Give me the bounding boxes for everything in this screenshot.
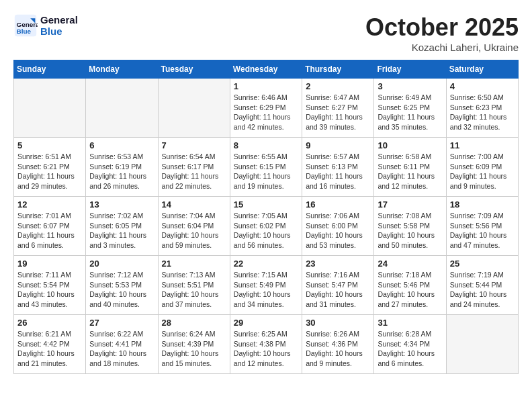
day-info: Sunrise: 6:24 AMSunset: 4:39 PMDaylight:… bbox=[162, 329, 226, 369]
day-info: Sunrise: 7:19 AMSunset: 5:44 PMDaylight:… bbox=[450, 270, 515, 310]
day-number: 15 bbox=[234, 199, 298, 210]
day-number: 20 bbox=[89, 259, 154, 269]
week-row-3: 12Sunrise: 7:01 AMSunset: 6:07 PMDayligh… bbox=[14, 197, 519, 256]
day-cell bbox=[14, 79, 86, 138]
day-number: 24 bbox=[378, 259, 442, 269]
location-subtitle: Kozachi Laheri, Ukraine bbox=[365, 42, 519, 53]
day-cell: 1Sunrise: 6:46 AMSunset: 6:29 PMDaylight… bbox=[230, 79, 302, 138]
logo-icon: General Blue bbox=[13, 13, 38, 38]
day-number: 3 bbox=[378, 81, 442, 91]
day-cell bbox=[158, 79, 230, 138]
day-cell: 2Sunrise: 6:47 AMSunset: 6:27 PMDaylight… bbox=[302, 79, 374, 138]
day-number: 2 bbox=[306, 81, 370, 91]
day-info: Sunrise: 6:25 AMSunset: 4:38 PMDaylight:… bbox=[234, 329, 298, 369]
day-cell: 15Sunrise: 7:05 AMSunset: 6:02 PMDayligh… bbox=[230, 197, 302, 256]
day-info: Sunrise: 7:12 AMSunset: 5:53 PMDaylight:… bbox=[89, 270, 154, 310]
day-number: 7 bbox=[162, 140, 226, 150]
day-info: Sunrise: 6:26 AMSunset: 4:36 PMDaylight:… bbox=[306, 329, 370, 369]
weekday-header-thursday: Thursday bbox=[302, 60, 374, 79]
day-cell: 23Sunrise: 7:16 AMSunset: 5:47 PMDayligh… bbox=[302, 256, 374, 315]
calendar-table: SundayMondayTuesdayWednesdayThursdayFrid… bbox=[13, 60, 519, 374]
day-info: Sunrise: 6:55 AMSunset: 6:15 PMDaylight:… bbox=[234, 152, 298, 191]
day-number: 6 bbox=[89, 140, 154, 150]
day-cell: 25Sunrise: 7:19 AMSunset: 5:44 PMDayligh… bbox=[446, 256, 518, 315]
day-info: Sunrise: 6:22 AMSunset: 4:41 PMDaylight:… bbox=[89, 329, 154, 369]
day-cell bbox=[86, 79, 158, 138]
day-number: 12 bbox=[17, 199, 82, 210]
day-number: 23 bbox=[306, 259, 370, 269]
day-info: Sunrise: 7:11 AMSunset: 5:54 PMDaylight:… bbox=[17, 270, 82, 310]
month-title: October 2025 bbox=[365, 13, 519, 42]
day-cell: 13Sunrise: 7:02 AMSunset: 6:05 PMDayligh… bbox=[86, 197, 158, 256]
weekday-header-tuesday: Tuesday bbox=[158, 60, 230, 79]
day-cell: 28Sunrise: 6:24 AMSunset: 4:39 PMDayligh… bbox=[158, 315, 230, 374]
day-number: 22 bbox=[234, 259, 298, 269]
day-number: 26 bbox=[17, 318, 82, 328]
day-info: Sunrise: 7:02 AMSunset: 6:05 PMDaylight:… bbox=[89, 211, 154, 250]
calendar-header-row: SundayMondayTuesdayWednesdayThursdayFrid… bbox=[14, 60, 519, 79]
day-cell: 8Sunrise: 6:55 AMSunset: 6:15 PMDaylight… bbox=[230, 138, 302, 197]
day-cell: 18Sunrise: 7:09 AMSunset: 5:56 PMDayligh… bbox=[446, 197, 518, 256]
day-number: 11 bbox=[450, 140, 515, 150]
day-info: Sunrise: 6:51 AMSunset: 6:21 PMDaylight:… bbox=[17, 152, 82, 191]
day-info: Sunrise: 6:58 AMSunset: 6:11 PMDaylight:… bbox=[378, 152, 442, 191]
day-cell: 20Sunrise: 7:12 AMSunset: 5:53 PMDayligh… bbox=[86, 256, 158, 315]
logo: General Blue General Blue bbox=[13, 13, 78, 38]
weekday-header-sunday: Sunday bbox=[14, 60, 86, 79]
day-cell bbox=[446, 315, 518, 374]
page-header: General Blue General Blue October 2025 K… bbox=[13, 13, 519, 53]
logo-line1: General bbox=[40, 14, 78, 26]
day-cell: 27Sunrise: 6:22 AMSunset: 4:41 PMDayligh… bbox=[86, 315, 158, 374]
weekday-header-friday: Friday bbox=[374, 60, 446, 79]
day-number: 29 bbox=[234, 318, 298, 328]
day-number: 30 bbox=[306, 318, 370, 328]
day-number: 19 bbox=[17, 259, 82, 269]
day-info: Sunrise: 6:28 AMSunset: 4:34 PMDaylight:… bbox=[378, 329, 442, 369]
day-cell: 5Sunrise: 6:51 AMSunset: 6:21 PMDaylight… bbox=[14, 138, 86, 197]
day-info: Sunrise: 7:08 AMSunset: 5:58 PMDaylight:… bbox=[378, 211, 442, 250]
day-info: Sunrise: 6:57 AMSunset: 6:13 PMDaylight:… bbox=[306, 152, 370, 191]
day-cell: 22Sunrise: 7:15 AMSunset: 5:49 PMDayligh… bbox=[230, 256, 302, 315]
day-number: 8 bbox=[234, 140, 298, 150]
day-number: 13 bbox=[89, 199, 154, 210]
day-number: 25 bbox=[450, 259, 515, 269]
weekday-header-monday: Monday bbox=[86, 60, 158, 79]
week-row-2: 5Sunrise: 6:51 AMSunset: 6:21 PMDaylight… bbox=[14, 138, 519, 197]
day-number: 5 bbox=[17, 140, 82, 150]
day-info: Sunrise: 7:06 AMSunset: 6:00 PMDaylight:… bbox=[306, 211, 370, 250]
day-number: 27 bbox=[89, 318, 154, 328]
day-cell: 3Sunrise: 6:49 AMSunset: 6:25 PMDaylight… bbox=[374, 79, 446, 138]
day-cell: 24Sunrise: 7:18 AMSunset: 5:46 PMDayligh… bbox=[374, 256, 446, 315]
day-number: 17 bbox=[378, 199, 442, 210]
day-cell: 17Sunrise: 7:08 AMSunset: 5:58 PMDayligh… bbox=[374, 197, 446, 256]
day-cell: 4Sunrise: 6:50 AMSunset: 6:23 PMDaylight… bbox=[446, 79, 518, 138]
day-cell: 16Sunrise: 7:06 AMSunset: 6:00 PMDayligh… bbox=[302, 197, 374, 256]
day-info: Sunrise: 7:04 AMSunset: 6:04 PMDaylight:… bbox=[162, 211, 226, 250]
day-info: Sunrise: 6:53 AMSunset: 6:19 PMDaylight:… bbox=[89, 152, 154, 191]
day-cell: 7Sunrise: 6:54 AMSunset: 6:17 PMDaylight… bbox=[158, 138, 230, 197]
weekday-header-wednesday: Wednesday bbox=[230, 60, 302, 79]
day-cell: 30Sunrise: 6:26 AMSunset: 4:36 PMDayligh… bbox=[302, 315, 374, 374]
day-info: Sunrise: 6:21 AMSunset: 4:42 PMDaylight:… bbox=[17, 329, 82, 369]
day-number: 21 bbox=[162, 259, 226, 269]
day-info: Sunrise: 7:05 AMSunset: 6:02 PMDaylight:… bbox=[234, 211, 298, 250]
day-info: Sunrise: 7:00 AMSunset: 6:09 PMDaylight:… bbox=[450, 152, 515, 191]
day-cell: 10Sunrise: 6:58 AMSunset: 6:11 PMDayligh… bbox=[374, 138, 446, 197]
day-cell: 6Sunrise: 6:53 AMSunset: 6:19 PMDaylight… bbox=[86, 138, 158, 197]
svg-text:Blue: Blue bbox=[17, 28, 32, 35]
week-row-4: 19Sunrise: 7:11 AMSunset: 5:54 PMDayligh… bbox=[14, 256, 519, 315]
day-cell: 29Sunrise: 6:25 AMSunset: 4:38 PMDayligh… bbox=[230, 315, 302, 374]
day-info: Sunrise: 6:46 AMSunset: 6:29 PMDaylight:… bbox=[234, 93, 298, 132]
day-info: Sunrise: 7:01 AMSunset: 6:07 PMDaylight:… bbox=[17, 211, 82, 250]
day-info: Sunrise: 7:15 AMSunset: 5:49 PMDaylight:… bbox=[234, 270, 298, 310]
week-row-5: 26Sunrise: 6:21 AMSunset: 4:42 PMDayligh… bbox=[14, 315, 519, 374]
day-info: Sunrise: 6:49 AMSunset: 6:25 PMDaylight:… bbox=[378, 93, 442, 132]
logo-line2: Blue bbox=[40, 26, 78, 37]
day-number: 31 bbox=[378, 318, 442, 328]
day-info: Sunrise: 7:13 AMSunset: 5:51 PMDaylight:… bbox=[162, 270, 226, 310]
day-number: 10 bbox=[378, 140, 442, 150]
day-number: 14 bbox=[162, 199, 226, 210]
week-row-1: 1Sunrise: 6:46 AMSunset: 6:29 PMDaylight… bbox=[14, 79, 519, 138]
weekday-header-saturday: Saturday bbox=[446, 60, 518, 79]
day-cell: 19Sunrise: 7:11 AMSunset: 5:54 PMDayligh… bbox=[14, 256, 86, 315]
